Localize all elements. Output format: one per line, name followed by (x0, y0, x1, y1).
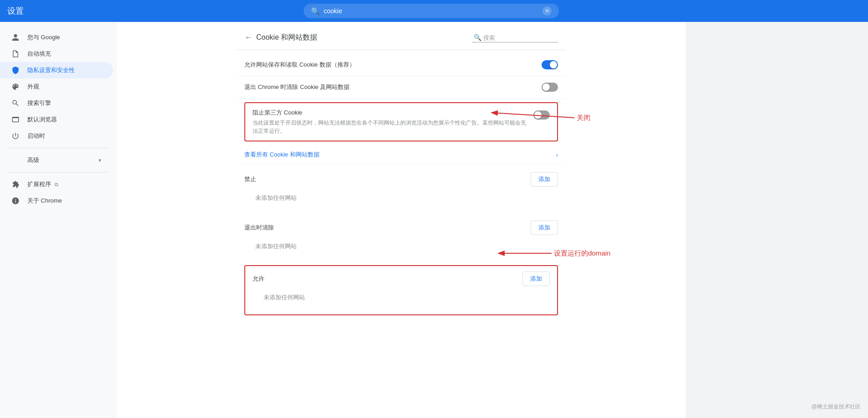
sidebar-item-privacy[interactable]: 隐私设置和安全性 (0, 62, 113, 78)
info-icon (11, 196, 20, 205)
search-input[interactable] (324, 7, 542, 15)
toggle-knob (550, 61, 557, 68)
person-icon (11, 33, 20, 42)
third-party-text: 阻止第三方 Cookie 当此设置处于开启状态时，网站无法根据您在各个不同网站上… (253, 109, 526, 135)
file-icon (11, 49, 20, 58)
sidebar-item-appearance[interactable]: 外观 (0, 78, 113, 95)
allow-cookies-row: 允许网站保存和读取 Cookie 数据（推荐） (237, 54, 565, 76)
sidebar-item-startup[interactable]: 启动时 (0, 128, 113, 144)
toggle-knob (542, 84, 550, 91)
allow-empty-text: 未添加任何网站 (253, 290, 550, 309)
clear-header: 退出时清除 添加 (244, 220, 558, 235)
search-icon: 🔍 (311, 7, 320, 16)
clear-empty-text: 未添加任何网站 (244, 239, 558, 258)
search-bar[interactable]: 🔍 ✕ (304, 4, 559, 18)
allow-cookies-toggle[interactable] (542, 60, 558, 69)
allow-cookies-label: 允许网站保存和读取 Cookie 数据（推荐） (244, 61, 355, 69)
divider (7, 172, 109, 172)
sidebar-advanced-label: 高级 (27, 156, 39, 164)
third-party-title: 阻止第三方 Cookie (253, 109, 526, 117)
sidebar-about-label: 关于 Chrome (27, 197, 62, 205)
search-icon (11, 99, 20, 108)
clear-title: 退出时清除 (244, 224, 274, 232)
back-arrow-icon: ← (244, 33, 253, 42)
panel-search-input[interactable] (483, 34, 556, 41)
sidebar-item-label: 默认浏览器 (27, 115, 57, 124)
watermark: @稀土掘金技术社区 (811, 403, 861, 411)
sidebar-item-label: 您与 Google (27, 33, 60, 42)
allow-box: 允许 添加 未添加任何网站 (244, 265, 558, 315)
shield-icon (11, 66, 20, 75)
power-icon (11, 131, 20, 141)
annotation-area (686, 22, 868, 418)
sidebar-item-browser[interactable]: 默认浏览器 (0, 111, 113, 128)
allow-header: 允许 添加 (253, 272, 550, 286)
third-party-cookie-box: 阻止第三方 Cookie 当此设置处于开启状态时，网站无法根据您在各个不同网站上… (244, 102, 558, 141)
view-all-cookies-row[interactable]: 查看所有 Cookie 和网站数据 › (237, 145, 565, 165)
view-all-label: 查看所有 Cookie 和网站数据 (244, 151, 320, 159)
third-party-desc: 当此设置处于开启状态时，网站无法根据您在各个不同网站上的浏览活动为您展示个性化广… (253, 119, 526, 135)
sidebar-item-about[interactable]: 关于 Chrome (0, 193, 113, 209)
content-panel: ← Cookie 和网站数据 🔍 允许网站保存和读取 Cookie 数据（推荐）… (237, 22, 565, 330)
main-content: ← Cookie 和网站数据 🔍 允许网站保存和读取 Cookie 数据（推荐）… (117, 22, 686, 418)
clear-on-exit-row: 退出 Chrome 时清除 Cookie 及网站数据 (237, 76, 565, 99)
page-title: 设置 (7, 5, 24, 16)
sidebar: 您与 Google 自动填充 隐私设置和安全性 外观 搜索引擎 (0, 22, 117, 418)
sidebar-item-advanced[interactable]: 高级 ▼ (0, 152, 113, 168)
chevron-right-icon: › (556, 152, 558, 158)
clear-on-exit-toggle[interactable] (542, 83, 558, 92)
palette-icon (11, 82, 20, 91)
sidebar-item-google-account[interactable]: 您与 Google (0, 29, 113, 46)
sidebar-item-search[interactable]: 搜索引擎 (0, 95, 113, 111)
divider (7, 148, 109, 148)
sidebar-item-label: 启动时 (27, 132, 45, 140)
puzzle-icon (11, 180, 20, 189)
block-title: 禁止 (244, 175, 256, 183)
search-clear-button[interactable]: ✕ (542, 6, 552, 16)
chevron-down-icon: ▼ (98, 158, 102, 163)
third-party-toggle[interactable] (533, 110, 550, 120)
allow-title: 允许 (253, 275, 264, 283)
header: 设置 🔍 ✕ (0, 0, 868, 22)
advanced-icon (11, 156, 20, 165)
block-header: 禁止 添加 (244, 172, 558, 187)
clear-on-exit-section: 退出时清除 添加 未添加任何网站 (237, 213, 565, 261)
layout: 您与 Google 自动填充 隐私设置和安全性 外观 搜索引擎 (0, 0, 868, 418)
block-empty-text: 未添加任何网站 (244, 190, 558, 209)
sidebar-extensions-label: 扩展程序 (27, 180, 51, 188)
third-party-row: 阻止第三方 Cookie 当此设置处于开启状态时，网站无法根据您在各个不同网站上… (253, 109, 550, 135)
panel-header: ← Cookie 和网站数据 🔍 (237, 29, 565, 50)
clear-add-button[interactable]: 添加 (531, 220, 558, 235)
panel-search[interactable]: 🔍 (472, 33, 558, 42)
sidebar-item-label: 隐私设置和安全性 (27, 66, 75, 74)
block-add-button[interactable]: 添加 (531, 172, 558, 187)
panel-search-icon: 🔍 (474, 34, 481, 41)
block-section: 禁止 添加 未添加任何网站 (237, 165, 565, 213)
external-link-icon: ⧉ (55, 182, 58, 188)
allow-add-button[interactable]: 添加 (522, 272, 550, 286)
panel-title: Cookie 和网站数据 (256, 33, 317, 42)
sidebar-item-extensions[interactable]: 扩展程序 ⧉ (0, 176, 113, 193)
sidebar-item-label: 搜索引擎 (27, 99, 51, 107)
back-button[interactable]: ← Cookie 和网站数据 (244, 33, 317, 42)
sidebar-item-autofill[interactable]: 自动填充 (0, 46, 113, 62)
toggle-knob (534, 111, 542, 119)
sidebar-item-label: 自动填充 (27, 50, 51, 58)
sidebar-item-label: 外观 (27, 83, 39, 91)
clear-on-exit-label: 退出 Chrome 时清除 Cookie 及网站数据 (244, 83, 350, 91)
browser-icon (11, 115, 20, 124)
